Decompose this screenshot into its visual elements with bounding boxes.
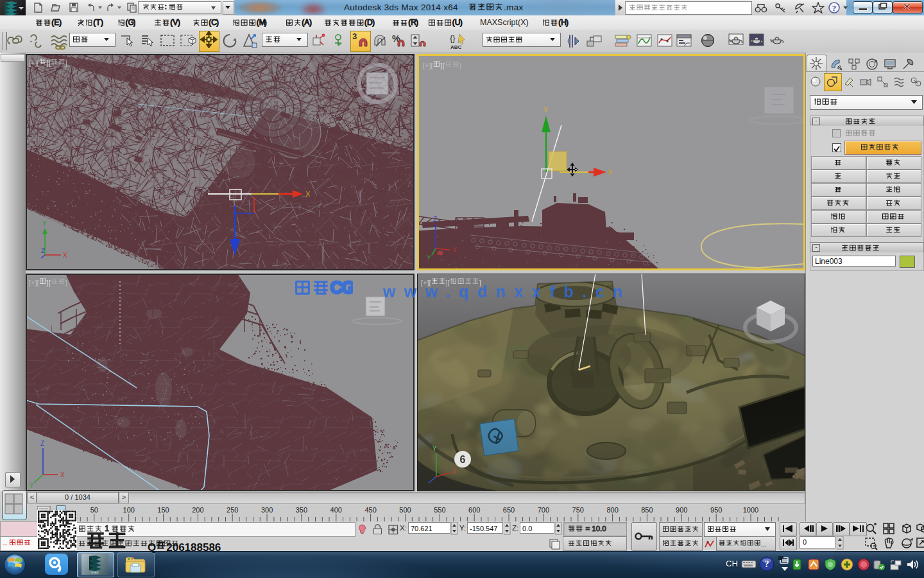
svg-text:550: 550 — [434, 506, 445, 514]
svg-text:600: 600 — [468, 506, 480, 514]
svg-text:C: C — [330, 279, 343, 297]
svg-text:0: 0 — [602, 525, 606, 532]
svg-text:X: X — [305, 190, 311, 198]
svg-text:X: X — [60, 471, 65, 478]
svg-text:650: 650 — [503, 506, 515, 514]
svg-text:): ) — [372, 19, 375, 27]
svg-text:450: 450 — [364, 506, 376, 514]
svg-text:250: 250 — [227, 506, 238, 514]
svg-text:50: 50 — [90, 506, 98, 514]
svg-text:=: = — [585, 525, 590, 532]
svg-text:): ) — [101, 19, 103, 27]
svg-text:?: ? — [832, 3, 837, 13]
svg-text:?: ? — [765, 559, 769, 569]
svg-text:): ) — [264, 19, 267, 27]
svg-text:ABC: ABC — [450, 44, 462, 50]
svg-text:400: 400 — [330, 506, 342, 514]
svg-text:): ) — [216, 19, 219, 27]
svg-text:Y: Y — [42, 220, 47, 227]
svg-text:500: 500 — [399, 506, 411, 514]
svg-text:150: 150 — [157, 506, 169, 514]
svg-text:): ) — [309, 19, 312, 27]
svg-text:): ) — [178, 19, 180, 27]
svg-text:{}: {} — [450, 33, 456, 43]
svg-text:E: E — [54, 19, 59, 27]
svg-text:): ) — [59, 19, 62, 27]
svg-text:G: G — [342, 279, 354, 297]
svg-text:Y: Y — [432, 445, 437, 452]
svg-text:): ) — [566, 19, 569, 27]
svg-text:850: 850 — [641, 506, 653, 514]
svg-text:V: V — [173, 19, 178, 27]
svg-text:): ) — [133, 19, 136, 27]
svg-text:900: 900 — [676, 506, 687, 514]
svg-text:Z: Z — [41, 247, 45, 254]
svg-text:950: 950 — [710, 506, 722, 514]
svg-text:): ) — [416, 19, 418, 27]
svg-text:750: 750 — [572, 506, 584, 514]
svg-text:X: X — [608, 168, 613, 176]
svg-text:Y: Y — [30, 482, 34, 489]
svg-text::: : — [165, 3, 167, 10]
svg-text:Y: Y — [427, 254, 431, 261]
svg-text:): ) — [460, 19, 463, 27]
svg-text:Z: Z — [40, 440, 44, 447]
svg-text:Y: Y — [543, 106, 549, 114]
svg-text:200: 200 — [192, 506, 203, 514]
svg-text:700: 700 — [538, 506, 549, 514]
svg-text:800: 800 — [606, 506, 618, 514]
svg-text:X: X — [452, 468, 457, 475]
svg-text:A: A — [304, 19, 309, 27]
svg-text:300: 300 — [261, 506, 273, 514]
svg-text:T: T — [96, 19, 101, 27]
svg-text:max: max — [91, 570, 98, 574]
svg-text:X: X — [452, 247, 457, 254]
svg-text:Z: Z — [433, 216, 437, 223]
svg-text:X: X — [63, 252, 67, 259]
svg-text:1000: 1000 — [743, 506, 758, 514]
svg-text:6: 6 — [460, 454, 466, 465]
svg-text:100: 100 — [123, 506, 135, 514]
svg-text:350: 350 — [296, 506, 307, 514]
